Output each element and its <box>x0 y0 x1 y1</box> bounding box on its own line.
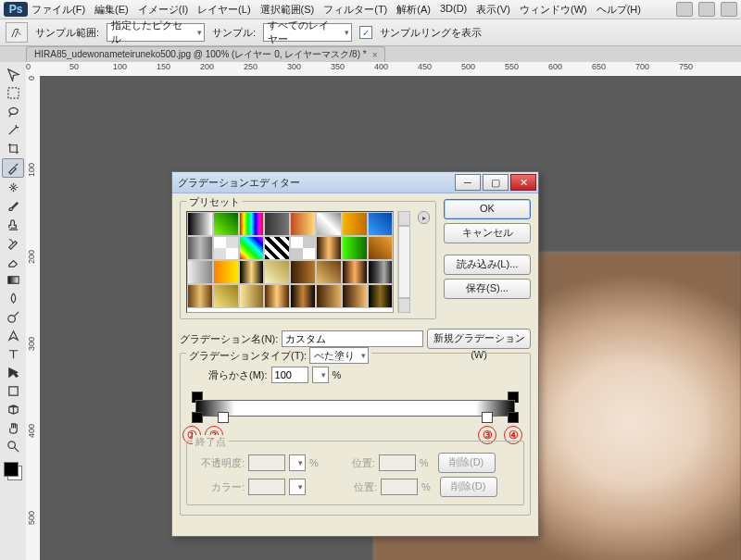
close-button[interactable]: ✕ <box>510 174 536 191</box>
workspace-icon[interactable] <box>698 2 715 17</box>
workspace-icon[interactable] <box>676 2 693 17</box>
preset-swatch[interactable] <box>264 260 290 284</box>
preset-swatch[interactable] <box>368 212 394 236</box>
preset-swatch[interactable] <box>342 236 368 260</box>
preset-swatch[interactable] <box>187 260 213 284</box>
preset-flyout-icon[interactable]: ▸ <box>418 211 430 224</box>
3d-tool-icon[interactable] <box>3 401 23 418</box>
history-brush-tool-icon[interactable] <box>3 234 23 252</box>
smoothness-input[interactable] <box>271 367 308 383</box>
menu-help[interactable]: ヘルプ(H) <box>597 3 641 17</box>
scroll-track[interactable] <box>398 226 410 298</box>
color-swatch-input[interactable] <box>248 479 285 495</box>
preset-swatch[interactable] <box>368 236 394 260</box>
gradient-type-combo[interactable]: べた塗り <box>309 347 369 364</box>
current-tool-icon[interactable] <box>6 22 28 43</box>
preset-swatch[interactable] <box>290 236 316 260</box>
preset-swatch[interactable] <box>316 260 342 284</box>
ok-button[interactable]: OK <box>444 199 531 219</box>
preset-swatch[interactable] <box>213 260 239 284</box>
preset-swatch[interactable] <box>213 236 239 260</box>
preset-swatch[interactable] <box>290 212 316 236</box>
move-tool-icon[interactable] <box>3 66 23 83</box>
preset-swatch[interactable] <box>368 284 394 308</box>
cancel-button[interactable]: キャンセル <box>444 223 531 243</box>
preset-swatch[interactable] <box>290 284 316 308</box>
preset-swatch[interactable] <box>342 284 368 308</box>
wand-tool-icon[interactable] <box>3 121 23 139</box>
menu-file[interactable]: ファイル(F) <box>31 3 85 17</box>
preset-swatch[interactable] <box>239 212 265 236</box>
menu-select[interactable]: 選択範囲(S) <box>260 3 315 17</box>
gradient-tool-icon[interactable] <box>3 271 23 289</box>
zoom-tool-icon[interactable] <box>3 438 23 455</box>
color-stop[interactable] <box>482 412 493 423</box>
delete-opacity-stop-button[interactable]: 削除(D) <box>438 453 496 473</box>
marquee-tool-icon[interactable] <box>3 84 23 102</box>
hand-tool-icon[interactable] <box>3 419 23 437</box>
preset-swatch[interactable] <box>239 236 265 260</box>
menu-view[interactable]: 表示(V) <box>476 3 510 17</box>
shape-tool-icon[interactable] <box>3 382 23 400</box>
sample-layers-combo[interactable]: すべてのレイヤー <box>263 23 352 42</box>
opacity-input[interactable] <box>248 454 285 471</box>
menu-analysis[interactable]: 解析(A) <box>396 3 431 17</box>
path-select-tool-icon[interactable] <box>3 364 23 381</box>
preset-swatch[interactable] <box>316 284 342 308</box>
blur-tool-icon[interactable] <box>3 290 23 307</box>
menu-image[interactable]: イメージ(I) <box>138 3 188 17</box>
preset-swatch[interactable] <box>368 260 394 284</box>
load-button[interactable]: 読み込み(L)... <box>444 255 531 275</box>
preset-swatch[interactable] <box>264 284 290 308</box>
workspace-icon[interactable] <box>721 2 737 17</box>
menu-layer[interactable]: レイヤー(L) <box>197 3 250 17</box>
pen-tool-icon[interactable] <box>3 327 23 344</box>
menu-edit[interactable]: 編集(E) <box>94 3 129 17</box>
preset-grid[interactable] <box>186 211 394 313</box>
preset-swatch[interactable] <box>187 236 213 260</box>
color-swatches[interactable] <box>4 462 22 480</box>
heal-tool-icon[interactable] <box>3 179 23 196</box>
preset-swatch[interactable] <box>239 260 265 284</box>
horizontal-ruler[interactable]: 0501001502002503003504004505005506006507… <box>26 62 741 77</box>
lasso-tool-icon[interactable] <box>3 103 23 120</box>
stamp-tool-icon[interactable] <box>3 216 23 233</box>
preset-swatch[interactable] <box>213 284 239 308</box>
document-tab[interactable]: HIRA85_udewonameteiruneko500.jpg @ 100% … <box>26 46 385 62</box>
new-gradient-button[interactable]: 新規グラデーション(W) <box>427 329 531 349</box>
type-tool-icon[interactable] <box>3 345 23 363</box>
crop-tool-icon[interactable] <box>3 140 23 157</box>
scroll-down-icon[interactable] <box>398 298 410 313</box>
preset-swatch[interactable] <box>213 212 239 236</box>
preset-swatch[interactable] <box>187 212 213 236</box>
fg-color-swatch[interactable] <box>4 462 19 477</box>
opacity-dropdown-icon[interactable] <box>289 454 306 471</box>
preset-swatch[interactable] <box>264 212 290 236</box>
brush-tool-icon[interactable] <box>3 197 23 215</box>
preset-swatch[interactable] <box>290 260 316 284</box>
gradient-bar[interactable]: ① ② ③ ④ <box>188 394 522 420</box>
preset-swatch[interactable] <box>316 212 342 236</box>
preset-swatch[interactable] <box>342 212 368 236</box>
gradient-preview-bar[interactable] <box>195 400 515 417</box>
menu-3d[interactable]: 3D(D) <box>440 3 467 17</box>
eyedropper-tool-icon[interactable] <box>2 158 24 178</box>
preset-scrollbar[interactable] <box>397 211 410 313</box>
menu-window[interactable]: ウィンドウ(W) <box>520 3 587 17</box>
vertical-ruler[interactable]: 0100200300400500 <box>26 76 41 560</box>
gradient-name-input[interactable] <box>282 330 423 347</box>
color-stop[interactable] <box>192 412 203 423</box>
preset-swatch[interactable] <box>342 260 368 284</box>
close-tab-icon[interactable]: × <box>372 50 378 60</box>
delete-color-stop-button[interactable]: 削除(D) <box>440 477 497 497</box>
menu-filter[interactable]: フィルター(T) <box>323 3 387 17</box>
scroll-up-icon[interactable] <box>398 211 410 226</box>
color-dropdown-icon[interactable] <box>289 479 306 495</box>
preset-swatch[interactable] <box>187 284 213 308</box>
smoothness-dropdown-icon[interactable] <box>312 367 329 383</box>
preset-swatch[interactable] <box>316 236 342 260</box>
preset-swatch[interactable] <box>264 236 290 260</box>
sample-size-combo[interactable]: 指定したピクセル <box>107 23 205 42</box>
dialog-titlebar[interactable]: グラデーションエディター ─ ▢ ✕ <box>172 172 538 193</box>
sample-ring-checkbox[interactable]: ✓ <box>359 26 372 39</box>
